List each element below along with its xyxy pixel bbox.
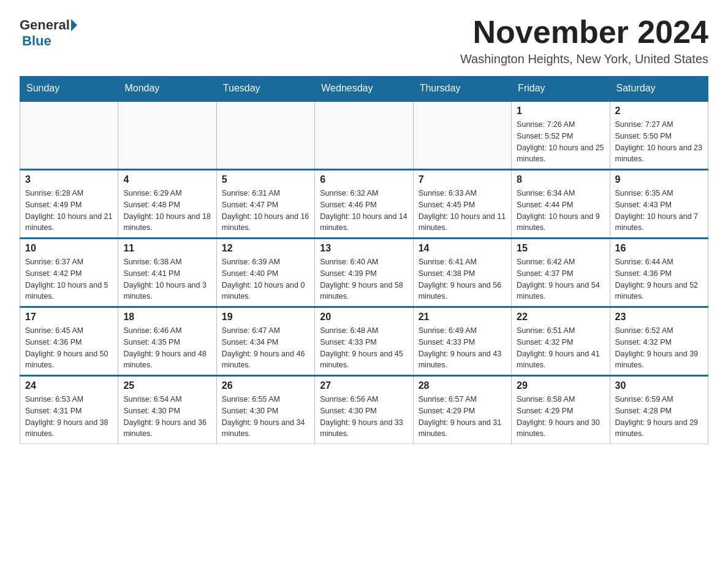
calendar-day-cell: 29Sunrise: 6:58 AMSunset: 4:29 PMDayligh…: [512, 376, 610, 444]
calendar-day-header: Friday: [512, 77, 610, 101]
day-number: 27: [320, 380, 408, 391]
day-number: 9: [615, 174, 703, 185]
day-info: Sunrise: 6:56 AMSunset: 4:30 PMDaylight:…: [320, 394, 408, 440]
day-info: Sunrise: 6:57 AMSunset: 4:29 PMDaylight:…: [419, 394, 506, 440]
calendar-day-cell: 3Sunrise: 6:28 AMSunset: 4:49 PMDaylight…: [20, 170, 118, 239]
calendar-week-row: 10Sunrise: 6:37 AMSunset: 4:42 PMDayligh…: [20, 239, 708, 307]
calendar-week-row: 3Sunrise: 6:28 AMSunset: 4:49 PMDaylight…: [20, 170, 708, 239]
day-number: 21: [419, 312, 506, 323]
day-number: 17: [25, 312, 113, 323]
calendar-day-cell: [413, 101, 511, 170]
day-number: 12: [222, 243, 309, 254]
calendar-day-header: Tuesday: [216, 77, 314, 101]
day-number: 6: [320, 174, 408, 185]
calendar-day-header: Wednesday: [315, 77, 413, 101]
day-number: 19: [222, 312, 309, 323]
logo-general: General: [20, 17, 70, 33]
day-number: 4: [123, 174, 211, 185]
day-info: Sunrise: 6:37 AMSunset: 4:42 PMDaylight:…: [25, 256, 113, 302]
day-number: 20: [320, 312, 408, 323]
day-number: 14: [419, 243, 506, 254]
calendar-day-cell: 19Sunrise: 6:47 AMSunset: 4:34 PMDayligh…: [216, 307, 314, 376]
day-info: Sunrise: 7:26 AMSunset: 5:52 PMDaylight:…: [517, 119, 604, 165]
day-number: 13: [320, 243, 408, 254]
calendar-day-cell: 2Sunrise: 7:27 AMSunset: 5:50 PMDaylight…: [610, 101, 708, 170]
day-number: 10: [25, 243, 113, 254]
calendar-day-cell: 14Sunrise: 6:41 AMSunset: 4:38 PMDayligh…: [413, 239, 511, 307]
calendar-day-cell: 22Sunrise: 6:51 AMSunset: 4:32 PMDayligh…: [512, 307, 610, 376]
page-header: General Blue November 2024 Washington He…: [20, 15, 708, 66]
day-info: Sunrise: 6:28 AMSunset: 4:49 PMDaylight:…: [25, 188, 113, 234]
calendar-week-row: 24Sunrise: 6:53 AMSunset: 4:31 PMDayligh…: [20, 376, 708, 444]
calendar-header: SundayMondayTuesdayWednesdayThursdayFrid…: [20, 77, 708, 101]
calendar-header-row: SundayMondayTuesdayWednesdayThursdayFrid…: [20, 77, 708, 101]
day-info: Sunrise: 6:33 AMSunset: 4:45 PMDaylight:…: [419, 188, 506, 234]
calendar-day-cell: 28Sunrise: 6:57 AMSunset: 4:29 PMDayligh…: [413, 376, 511, 444]
calendar-body: 1Sunrise: 7:26 AMSunset: 5:52 PMDaylight…: [20, 101, 708, 444]
calendar-day-cell: 1Sunrise: 7:26 AMSunset: 5:52 PMDaylight…: [512, 101, 610, 170]
day-number: 28: [419, 380, 506, 391]
day-info: Sunrise: 6:40 AMSunset: 4:39 PMDaylight:…: [320, 256, 408, 302]
calendar-day-cell: 24Sunrise: 6:53 AMSunset: 4:31 PMDayligh…: [20, 376, 118, 444]
day-info: Sunrise: 6:46 AMSunset: 4:35 PMDaylight:…: [123, 325, 211, 371]
day-number: 18: [123, 312, 211, 323]
day-info: Sunrise: 6:52 AMSunset: 4:32 PMDaylight:…: [615, 325, 703, 371]
day-info: Sunrise: 6:41 AMSunset: 4:38 PMDaylight:…: [419, 256, 506, 302]
day-number: 24: [25, 380, 113, 391]
calendar-day-cell: 11Sunrise: 6:38 AMSunset: 4:41 PMDayligh…: [118, 239, 216, 307]
day-info: Sunrise: 6:59 AMSunset: 4:28 PMDaylight:…: [615, 394, 703, 440]
calendar-day-cell: 25Sunrise: 6:54 AMSunset: 4:30 PMDayligh…: [118, 376, 216, 444]
title-area: November 2024 Washington Heights, New Yo…: [460, 15, 708, 66]
calendar-day-cell: 15Sunrise: 6:42 AMSunset: 4:37 PMDayligh…: [512, 239, 610, 307]
day-info: Sunrise: 6:42 AMSunset: 4:37 PMDaylight:…: [517, 256, 604, 302]
day-info: Sunrise: 6:45 AMSunset: 4:36 PMDaylight:…: [25, 325, 113, 371]
day-info: Sunrise: 6:32 AMSunset: 4:46 PMDaylight:…: [320, 188, 408, 234]
calendar-day-header: Thursday: [413, 77, 511, 101]
calendar-day-cell: 30Sunrise: 6:59 AMSunset: 4:28 PMDayligh…: [610, 376, 708, 444]
day-info: Sunrise: 6:39 AMSunset: 4:40 PMDaylight:…: [222, 256, 309, 302]
calendar-day-cell: 9Sunrise: 6:35 AMSunset: 4:43 PMDaylight…: [610, 170, 708, 239]
calendar-day-cell: 16Sunrise: 6:44 AMSunset: 4:36 PMDayligh…: [610, 239, 708, 307]
calendar-week-row: 17Sunrise: 6:45 AMSunset: 4:36 PMDayligh…: [20, 307, 708, 376]
day-number: 15: [517, 243, 604, 254]
day-info: Sunrise: 6:55 AMSunset: 4:30 PMDaylight:…: [222, 394, 309, 440]
day-info: Sunrise: 6:47 AMSunset: 4:34 PMDaylight:…: [222, 325, 309, 371]
day-number: 30: [615, 380, 703, 391]
calendar-day-header: Sunday: [20, 77, 118, 101]
day-info: Sunrise: 6:53 AMSunset: 4:31 PMDaylight:…: [25, 394, 113, 440]
logo: General Blue: [20, 17, 78, 49]
day-number: 11: [123, 243, 211, 254]
calendar-day-cell: 8Sunrise: 6:34 AMSunset: 4:44 PMDaylight…: [512, 170, 610, 239]
day-number: 2: [615, 105, 703, 117]
day-info: Sunrise: 6:38 AMSunset: 4:41 PMDaylight:…: [123, 256, 211, 302]
calendar-day-header: Saturday: [610, 77, 708, 101]
day-info: Sunrise: 6:44 AMSunset: 4:36 PMDaylight:…: [615, 256, 703, 302]
day-number: 8: [517, 174, 604, 185]
calendar-day-cell: [118, 101, 216, 170]
calendar-day-cell: [20, 101, 118, 170]
location-subtitle: Washington Heights, New York, United Sta…: [460, 52, 708, 66]
calendar-day-cell: 17Sunrise: 6:45 AMSunset: 4:36 PMDayligh…: [20, 307, 118, 376]
day-number: 23: [615, 312, 703, 323]
day-info: Sunrise: 6:58 AMSunset: 4:29 PMDaylight:…: [517, 394, 604, 440]
calendar-day-cell: 4Sunrise: 6:29 AMSunset: 4:48 PMDaylight…: [118, 170, 216, 239]
calendar-day-cell: 20Sunrise: 6:48 AMSunset: 4:33 PMDayligh…: [315, 307, 413, 376]
day-number: 29: [517, 380, 604, 391]
day-info: Sunrise: 6:34 AMSunset: 4:44 PMDaylight:…: [517, 188, 604, 234]
calendar-day-cell: 6Sunrise: 6:32 AMSunset: 4:46 PMDaylight…: [315, 170, 413, 239]
day-number: 16: [615, 243, 703, 254]
calendar-day-cell: 13Sunrise: 6:40 AMSunset: 4:39 PMDayligh…: [315, 239, 413, 307]
logo-arrow-icon: [71, 19, 77, 31]
day-info: Sunrise: 6:31 AMSunset: 4:47 PMDaylight:…: [222, 188, 309, 234]
calendar-day-cell: 26Sunrise: 6:55 AMSunset: 4:30 PMDayligh…: [216, 376, 314, 444]
day-info: Sunrise: 7:27 AMSunset: 5:50 PMDaylight:…: [615, 119, 703, 165]
day-number: 3: [25, 174, 113, 185]
day-info: Sunrise: 6:29 AMSunset: 4:48 PMDaylight:…: [123, 188, 211, 234]
calendar-day-cell: [216, 101, 314, 170]
calendar-day-cell: 23Sunrise: 6:52 AMSunset: 4:32 PMDayligh…: [610, 307, 708, 376]
calendar-day-cell: 18Sunrise: 6:46 AMSunset: 4:35 PMDayligh…: [118, 307, 216, 376]
calendar-day-cell: 10Sunrise: 6:37 AMSunset: 4:42 PMDayligh…: [20, 239, 118, 307]
day-number: 22: [517, 312, 604, 323]
day-number: 25: [123, 380, 211, 391]
day-info: Sunrise: 6:48 AMSunset: 4:33 PMDaylight:…: [320, 325, 408, 371]
